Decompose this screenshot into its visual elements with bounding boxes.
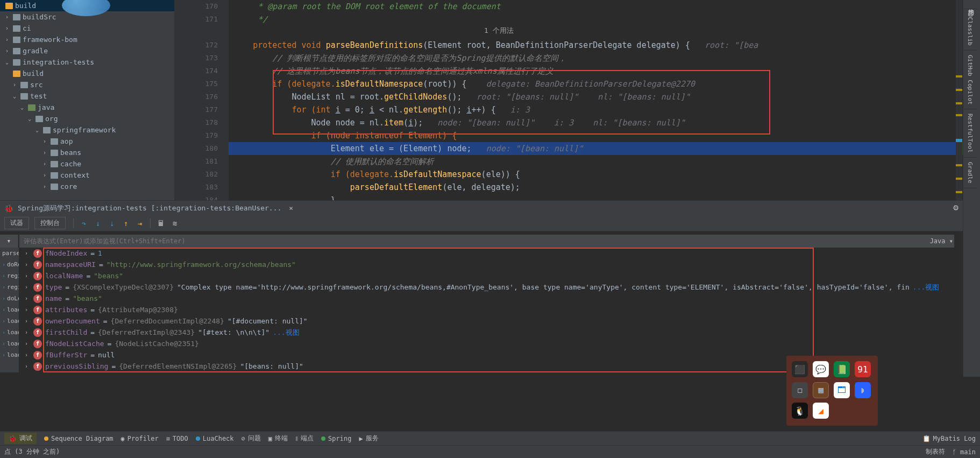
tree-item-gradle[interactable]: ›gradle bbox=[0, 45, 174, 57]
debug-config-label[interactable]: Spring源码学习:integration-tests [:integrati… bbox=[18, 203, 281, 213]
profiler-tab[interactable]: ◉ Profiler bbox=[121, 435, 159, 442]
seq-diagram-tab[interactable]: Sequence Diagram bbox=[44, 435, 113, 442]
tree-item-cache[interactable]: ›cache bbox=[0, 158, 174, 170]
tree-item-framework-bom[interactable]: ›framework-bom bbox=[0, 34, 174, 45]
variable-row[interactable]: ›fnamespaceURI = "http://www.springframe… bbox=[22, 259, 960, 270]
status-indent[interactable]: 制表符 bbox=[926, 447, 945, 456]
run-to-cursor-icon[interactable]: ⇥ bbox=[134, 217, 146, 229]
problems-tab[interactable]: ⊘ 问题 bbox=[242, 434, 261, 443]
tree-item-core[interactable]: ›core bbox=[0, 181, 174, 192]
tree-item-src[interactable]: ›src bbox=[0, 79, 174, 90]
app-icon-selected[interactable]: ▦ bbox=[813, 382, 829, 398]
nvidia-icon[interactable]: ⬛ bbox=[792, 361, 808, 377]
step-over-icon[interactable]: ↷ bbox=[78, 217, 90, 229]
app-icon[interactable]: 91 bbox=[855, 361, 871, 377]
right-tab-jclasslib[interactable]: JClasslib bbox=[963, 9, 977, 51]
variable-row[interactable]: ›ftype = {XSComplexTypeDecl@2307} "Compl… bbox=[22, 281, 960, 293]
eval-history-dropdown[interactable]: ▾ bbox=[0, 235, 18, 248]
code-text: Node node = nl. bbox=[229, 118, 384, 128]
wechat-icon[interactable]: 💬 bbox=[813, 361, 829, 377]
debug-header: 🐞 Spring源码学习:integration-tests [:integra… bbox=[0, 200, 963, 215]
equals: = bbox=[90, 328, 95, 336]
tree-item-context[interactable]: ›context bbox=[0, 170, 174, 181]
gear-icon[interactable]: ⚙ bbox=[953, 202, 958, 213]
frame-item[interactable]: ›loadB bbox=[0, 304, 19, 315]
variable-row[interactable]: ›ffNodeIndex = 1 bbox=[22, 248, 960, 259]
mybatis-tab[interactable]: 📋 MyBatis Log bbox=[922, 435, 976, 442]
variable-row[interactable]: ›fname = "beans" bbox=[22, 293, 960, 304]
git-branch[interactable]: ᚶ main bbox=[953, 448, 976, 456]
trace-icon[interactable]: ≋ bbox=[169, 217, 181, 229]
debug-tab[interactable]: 🐞 调试 bbox=[4, 433, 37, 444]
tree-item-java[interactable]: ⌄java bbox=[0, 102, 174, 113]
frames-panel[interactable]: parse ›doRe ›regist ›regist ›doLo ›loadB… bbox=[0, 248, 19, 372]
tree-item-beans[interactable]: ›beans bbox=[0, 147, 174, 158]
right-tab-restful[interactable]: RestfulTool bbox=[963, 109, 977, 158]
tree-item-build2[interactable]: build bbox=[0, 68, 174, 79]
code-editor[interactable]: 170 171 172 173 174 175 176 177 178 179 … bbox=[175, 0, 963, 200]
var-value: "[#text: \n\n\t]" bbox=[198, 328, 269, 336]
eval-lang-selector[interactable]: Java ▾ bbox=[930, 235, 953, 248]
tree-item-springframework[interactable]: ⌄springframework bbox=[0, 124, 174, 136]
right-tab-copilot[interactable]: GitHub Copilot bbox=[963, 51, 977, 110]
variable-row[interactable]: ›flocalName = "beans" bbox=[22, 270, 960, 281]
app-icon[interactable]: ◢ bbox=[813, 403, 829, 419]
frame-item[interactable]: ›regist bbox=[0, 281, 19, 293]
code-area[interactable]: * @param root the DOM root element of th… bbox=[229, 0, 963, 200]
frame-item[interactable]: ›regist bbox=[0, 270, 19, 281]
variables-panel[interactable]: ›ffNodeIndex = 1›fnamespaceURI = "http:/… bbox=[22, 248, 960, 372]
frame-label: doRe bbox=[7, 261, 19, 268]
variable-row[interactable]: ›fattributes = {AttributeMap@2308} bbox=[22, 304, 960, 315]
app-icon[interactable]: 📗 bbox=[834, 361, 850, 377]
qq-icon[interactable]: 🐧 bbox=[792, 403, 808, 419]
app-icon[interactable]: ◻ bbox=[792, 382, 808, 398]
chevron-right-icon: › bbox=[43, 184, 48, 189]
luacheck-tab[interactable]: LuaCheck bbox=[196, 435, 234, 442]
variable-row[interactable]: ›fownerDocument = {DeferredDocumentImpl@… bbox=[22, 315, 960, 327]
frame-item[interactable]: ›loadB bbox=[0, 327, 19, 338]
step-out-icon[interactable]: ↑ bbox=[120, 217, 132, 229]
chevron-right-icon: › bbox=[43, 138, 48, 144]
close-icon[interactable]: × bbox=[289, 204, 293, 212]
right-tab-gradle[interactable]: Gradle bbox=[963, 158, 977, 188]
frame-item[interactable]: ›loadB bbox=[0, 315, 19, 327]
tree-item-test[interactable]: ⌄test bbox=[0, 90, 174, 102]
frame-label: loadB bbox=[7, 318, 19, 325]
view-link[interactable]: ...视图 bbox=[273, 328, 299, 337]
frame-item[interactable]: parse bbox=[0, 248, 19, 259]
app-icon[interactable]: ◗ bbox=[855, 382, 871, 398]
services-tab[interactable]: ▶ 服务 bbox=[359, 434, 378, 443]
view-link[interactable]: ...视图 bbox=[913, 283, 939, 292]
spring-tab[interactable]: Spring bbox=[321, 435, 351, 442]
gutter[interactable]: 170 171 172 173 174 175 176 177 178 179 … bbox=[175, 0, 229, 200]
variable-row[interactable]: ›ffNodeListCache = {NodeListCache@2351} bbox=[22, 338, 960, 349]
tree-item-org[interactable]: ⌄org bbox=[0, 113, 174, 124]
evaluate-icon[interactable]: 🖩 bbox=[155, 217, 167, 229]
force-step-icon[interactable]: ⇣ bbox=[106, 217, 118, 229]
chevron-right-icon: › bbox=[2, 295, 5, 301]
project-tree[interactable]: build ›buildSrc ›ci ›framework-bom ›grad… bbox=[0, 0, 175, 200]
endpoints-tab[interactable]: ⫴ 端点 bbox=[295, 434, 314, 443]
frame-item[interactable]: ›doRe bbox=[0, 259, 19, 270]
step-into-icon[interactable]: ↓ bbox=[92, 217, 104, 229]
system-tray-popup[interactable]: ⬛ 💬 📗 91 ◻ ▦ 🗔 ◗ 🐧 ◢ bbox=[786, 356, 878, 426]
terminal-tab[interactable]: ▣ 终端 bbox=[268, 434, 288, 443]
evaluate-input[interactable]: 评估表达式(Enter)或添加监视(Ctrl+Shift+Enter) bbox=[19, 235, 954, 248]
tree-item-ci[interactable]: ›ci bbox=[0, 23, 174, 34]
usage-hint[interactable]: 1 个用法 bbox=[484, 24, 514, 37]
frame-item[interactable]: ›doLo bbox=[0, 293, 19, 304]
tree-label: gradle bbox=[23, 47, 48, 55]
app-icon[interactable]: 🗔 bbox=[834, 382, 850, 398]
tab-debugger[interactable]: 试器 bbox=[4, 217, 29, 229]
minimap[interactable] bbox=[956, 0, 962, 200]
frame-item[interactable]: ›loadB bbox=[0, 349, 19, 361]
tree-item-integration-tests[interactable]: ⌄integration-tests bbox=[0, 57, 174, 68]
var-name: namespaceURI bbox=[45, 260, 96, 269]
frame-label: regist bbox=[7, 284, 19, 291]
variable-row[interactable]: ›ffirstChild = {DeferredTextImpl@2343} "… bbox=[22, 327, 960, 338]
tab-console[interactable]: 控制台 bbox=[34, 217, 66, 229]
tree-item-aop[interactable]: ›aop bbox=[0, 136, 174, 147]
frame-item[interactable]: ›loadB bbox=[0, 338, 19, 349]
right-tab-struct[interactable]: 类结构 bbox=[963, 0, 978, 9]
todo-tab[interactable]: ≡ TODO bbox=[166, 435, 188, 442]
